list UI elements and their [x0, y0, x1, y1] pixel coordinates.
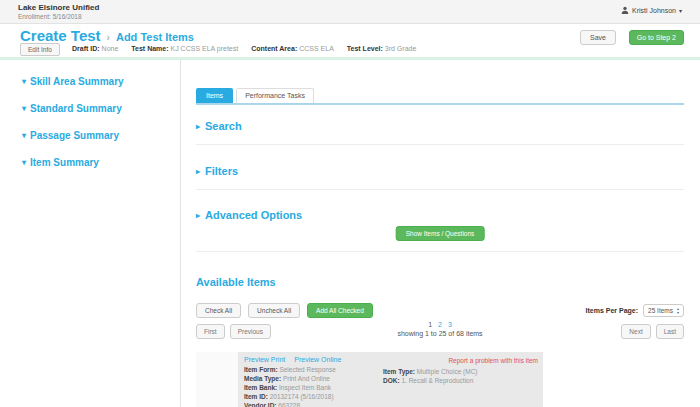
sidebar-item-item-summary[interactable]: ▾ Item Summary: [22, 157, 99, 168]
select-arrows-icon: ▴ ▾: [677, 307, 679, 314]
items-per-page-label: Items Per Page:: [586, 307, 639, 314]
section-divider: [196, 251, 684, 252]
filters-section-label: Filters: [205, 165, 238, 177]
sidebar-item-label: Item Summary: [30, 157, 99, 168]
breadcrumb-separator-icon: ›: [107, 32, 110, 43]
next-page-button[interactable]: Next: [621, 324, 650, 339]
sidebar-item-skill-area-summary[interactable]: ▾ Skill Area Summary: [22, 76, 124, 87]
caret-down-icon: ▾: [22, 104, 26, 113]
pagination-right: Next Last: [621, 324, 684, 339]
sidebar-item-passage-summary[interactable]: ▾ Passage Summary: [22, 130, 119, 141]
page-1-current[interactable]: 1: [428, 321, 432, 328]
search-section-toggle[interactable]: ▸ Search: [196, 120, 242, 132]
caret-right-icon: ▸: [196, 211, 200, 220]
available-items-heading: Available Items: [196, 276, 276, 288]
breadcrumb: Create Test › Add Test Items: [20, 27, 194, 44]
edit-info-button[interactable]: Edit Info: [20, 43, 60, 56]
caret-down-icon: ▾: [22, 131, 26, 140]
section-divider: [196, 144, 684, 145]
advanced-options-section-label: Advanced Options: [205, 209, 302, 221]
section-divider: [196, 189, 684, 190]
pagination-center: 1 2 3 showing 1 to 25 of 68 items: [196, 321, 684, 337]
show-items-questions-button[interactable]: Show Items / Questions: [396, 226, 485, 241]
page-2-link[interactable]: 2: [438, 321, 442, 328]
last-page-button[interactable]: Last: [656, 324, 684, 339]
filters-section-toggle[interactable]: ▸ Filters: [196, 165, 238, 177]
item-details: Preview Print Preview Online Report a pr…: [238, 352, 543, 407]
go-to-step-2-button[interactable]: Go to Step 2: [629, 30, 684, 45]
user-icon: [621, 6, 629, 14]
tab-bar: Items Performance Tasks: [196, 88, 684, 105]
report-problem-link[interactable]: Report a problem with this item: [448, 357, 538, 364]
page-title: Create Test: [20, 27, 101, 44]
check-all-button[interactable]: Check All: [196, 303, 241, 318]
tab-performance-tasks[interactable]: Performance Tasks: [236, 88, 314, 103]
advanced-options-section-toggle[interactable]: ▸ Advanced Options: [196, 209, 302, 221]
items-per-page: Items Per Page: 25 Items ▴ ▾: [586, 304, 684, 317]
meta-test-name: Test Name: KJ CCSS ELA pretest: [131, 45, 238, 52]
test-meta: Draft ID: None Test Name: KJ CCSS ELA pr…: [72, 45, 416, 52]
caret-right-icon: ▸: [196, 122, 200, 131]
organization-name: Lake Elsinore Unified: [18, 3, 99, 12]
top-bar: Lake Elsinore Unified Enrollment: 5/16/2…: [0, 0, 700, 24]
vendor-id-field: Vendor ID: 663228: [244, 401, 538, 407]
sidebar-item-standard-summary[interactable]: ▾ Standard Summary: [22, 103, 122, 114]
preview-online-link[interactable]: Preview Online: [294, 356, 341, 363]
sidebar-item-label: Passage Summary: [30, 130, 119, 141]
item-type-field: Item Type: Multiple Choice (MC): [383, 367, 478, 376]
items-per-page-value: 25 Items: [648, 307, 673, 314]
item-checkbox-cell[interactable]: [196, 352, 238, 407]
save-button[interactable]: Save: [580, 30, 616, 45]
item-id-field: Item ID: 20132174 (5/16/2018): [244, 392, 538, 401]
page-subtitle: Add Test Items: [116, 31, 194, 43]
green-divider: [0, 57, 700, 60]
bulk-actions: Check All Uncheck All Add All Checked: [196, 303, 373, 318]
meta-draft-id: Draft ID: None: [72, 45, 118, 52]
items-per-page-select[interactable]: 25 Items ▴ ▾: [643, 304, 684, 317]
caret-down-icon: ▾: [22, 77, 26, 86]
preview-print-link[interactable]: Preview Print: [244, 356, 285, 363]
caret-down-icon: ▾: [679, 7, 682, 14]
tab-items[interactable]: Items: [196, 88, 233, 103]
page-3-link[interactable]: 3: [448, 321, 452, 328]
add-all-checked-button[interactable]: Add All Checked: [307, 303, 373, 318]
sidebar-divider: [180, 60, 181, 407]
sidebar-item-label: Standard Summary: [30, 103, 122, 114]
enrollment-date: Enrollment: 5/16/2018: [18, 13, 82, 20]
item-fields-right: Item Type: Multiple Choice (MC) DOK: 1. …: [383, 367, 478, 385]
search-section-label: Search: [205, 120, 242, 132]
dok-field: DOK: 1. Recall & Reproduction: [383, 376, 478, 385]
uncheck-all-button[interactable]: Uncheck All: [248, 303, 300, 318]
caret-right-icon: ▸: [196, 167, 200, 176]
user-name: Kristi Johnson: [632, 7, 676, 14]
caret-down-icon: ▾: [22, 158, 26, 167]
showing-summary: showing 1 to 25 of 68 items: [196, 330, 684, 337]
page-numbers: 1 2 3: [196, 321, 684, 328]
user-menu[interactable]: Kristi Johnson ▾: [621, 6, 682, 14]
sidebar-item-label: Skill Area Summary: [30, 76, 124, 87]
meta-content-area: Content Area: CCSS ELA: [251, 45, 334, 52]
meta-test-level: Test Level: 3rd Grade: [347, 45, 417, 52]
item-row: Preview Print Preview Online Report a pr…: [196, 352, 543, 407]
